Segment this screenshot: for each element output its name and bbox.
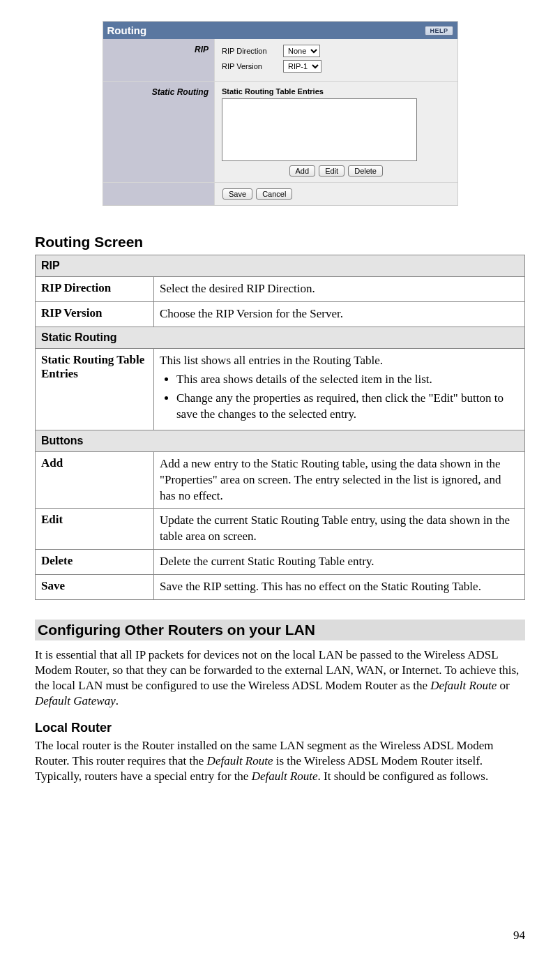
sr-table-listbox[interactable] [222, 98, 417, 161]
rip-direction-select[interactable]: None [283, 45, 320, 57]
add-button[interactable]: Add [289, 165, 316, 177]
local-text-1d: Default Route [252, 770, 318, 783]
screenshot-titlebar: Routing HELP [103, 22, 457, 39]
row-label-edit: Edit [36, 509, 154, 550]
local-text-1e: . It should be configured as follows. [318, 770, 489, 783]
row-desc-add: Add a new entry to the Static Routing ta… [154, 451, 525, 509]
row-label-rip-direction: RIP Direction [36, 277, 154, 302]
row-label-add: Add [36, 451, 154, 509]
screenshot-title: Routing [107, 24, 147, 36]
srte-intro: This list shows all entries in the Routi… [160, 354, 383, 367]
sr-table-caption: Static Routing Table Entries [222, 87, 451, 96]
rip-direction-label: RIP Direction [222, 47, 278, 55]
row-desc-delete: Delete the current Static Routing Table … [154, 550, 525, 575]
edit-button[interactable]: Edit [319, 165, 345, 177]
local-router-heading: Local Router [35, 721, 525, 735]
row-label-srte: Static Routing Table Entries [36, 348, 154, 430]
rip-section-label: RIP [103, 39, 215, 82]
table-header-buttons: Buttons [36, 430, 525, 451]
table-header-rip: RIP [36, 255, 525, 277]
row-label-rip-version: RIP Version [36, 301, 154, 327]
help-button[interactable]: HELP [425, 26, 453, 36]
routing-screenshot: Routing HELP RIP RIP Direction None RIP … [103, 21, 458, 206]
row-desc-rip-version: Choose the RIP Version for the Server. [154, 301, 525, 327]
local-text-1b: Default Route [207, 754, 273, 767]
config-text-1c: or [497, 679, 509, 692]
config-paragraph: It is essential that all IP packets for … [35, 647, 525, 709]
page-number: 94 [513, 929, 525, 943]
row-label-save: Save [36, 575, 154, 600]
cancel-button[interactable]: Cancel [256, 188, 292, 200]
table-header-static-routing: Static Routing [36, 327, 525, 348]
row-desc-rip-direction: Select the desired RIP Direction. [154, 277, 525, 302]
config-text-1e: . [116, 694, 119, 707]
routing-description-table: RIP RIP Direction Select the desired RIP… [35, 255, 525, 600]
row-desc-edit: Update the current Static Routing Table … [154, 509, 525, 550]
rip-version-select[interactable]: RIP-1 [283, 60, 321, 73]
config-heading: Configuring Other Routers on your LAN [35, 620, 525, 640]
rip-version-label: RIP Version [222, 62, 278, 70]
config-text-1b: Default Route [430, 679, 497, 692]
static-routing-section-label: Static Routing [103, 82, 215, 183]
srte-bullet-1: This area shows details of the selected … [176, 372, 519, 388]
srte-bullet-2: Change any the properties as required, t… [176, 391, 519, 423]
save-button[interactable]: Save [222, 188, 252, 200]
row-desc-srte: This list shows all entries in the Routi… [154, 348, 525, 430]
config-text-1d: Default Gateway [35, 694, 116, 707]
delete-button[interactable]: Delete [348, 165, 383, 177]
local-router-paragraph: The local router is the Router installed… [35, 738, 525, 784]
row-desc-save: Save the RIP setting. This has no effect… [154, 575, 525, 600]
row-label-delete: Delete [36, 550, 154, 575]
routing-screen-heading: Routing Screen [35, 234, 525, 250]
